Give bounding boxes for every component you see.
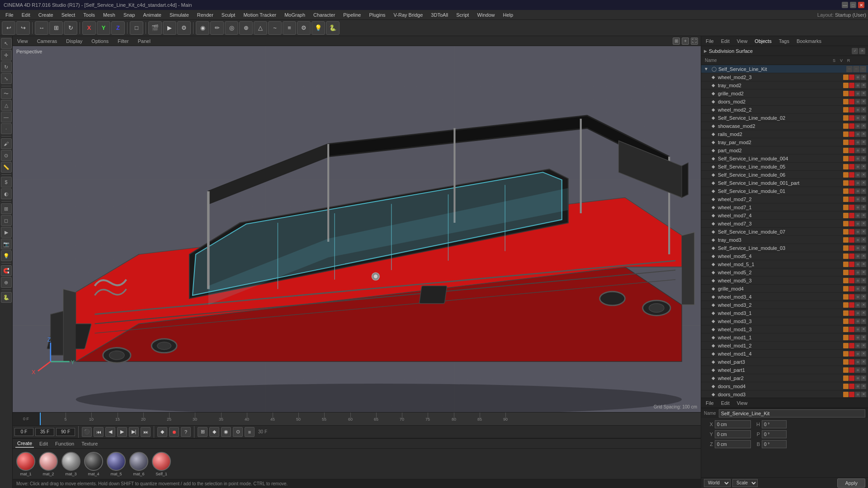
tree-col-orange[interactable] — [843, 123, 849, 129]
close-button[interactable]: ✕ — [858, 2, 864, 8]
play-button[interactable]: ▶ — [117, 427, 127, 437]
tree-col-orange[interactable] — [843, 286, 849, 291]
viewport-menu-view[interactable]: View — [15, 38, 30, 44]
material-slot-3[interactable]: mat_4 — [84, 452, 103, 476]
tree-item-tray-mod2[interactable]: ◆ tray_mod2 ⊞ ✕ — [701, 81, 868, 89]
tree-col-x[interactable]: ✕ — [861, 213, 866, 218]
select-tool[interactable]: ↖ — [1, 38, 12, 49]
tool-btn-10[interactable]: 🐍 — [326, 21, 340, 35]
tree-col-x[interactable]: ✕ — [861, 75, 866, 80]
tool-btn-2[interactable]: ✏ — [210, 21, 224, 35]
tree-item-wheel-mod1-1[interactable]: ◆ wheel_mod1_1 ⊞ ✕ — [701, 333, 868, 342]
tree-col-orange[interactable] — [843, 351, 849, 357]
light-tool[interactable]: 💡 — [1, 250, 12, 261]
tree-col-grid[interactable]: ⊞ — [855, 156, 860, 161]
tree-col-red[interactable] — [849, 237, 854, 243]
tree-col-red[interactable] — [849, 188, 854, 194]
tool-btn-5[interactable]: △ — [254, 21, 267, 35]
record-button[interactable]: ⚫ — [82, 427, 92, 437]
tree-col-orange[interactable] — [843, 188, 849, 194]
tree-item-part-mod2[interactable]: ◆ part_mod2 ⊞ ✕ — [701, 146, 868, 155]
tool-btn-6[interactable]: ~ — [268, 21, 282, 35]
tree-item-self-service-line-module-004[interactable]: ◆ Self_Service_Line_module_004 ⊞ ✕ — [701, 155, 868, 163]
tree-item-tray-par-mod2[interactable]: ◆ tray_par_mod2 ⊞ ✕ — [701, 138, 868, 146]
tree-col-red[interactable] — [849, 99, 854, 104]
x-axis-button[interactable]: X — [82, 21, 96, 35]
playhead[interactable] — [40, 413, 41, 425]
render-view-button[interactable]: ▶ — [163, 21, 176, 35]
tree-item-self-service-line-module-02[interactable]: ◆ Self_Service_Line_module_02 ⊞ ✕ — [701, 114, 868, 122]
minimize-button[interactable]: — — [842, 2, 848, 8]
tree-col-x[interactable]: ✕ — [861, 83, 866, 88]
tree-col-orange[interactable] — [843, 335, 849, 340]
tree-item-wheel-mod-5-1[interactable]: ◆ wheel_mod_5_1 ⊞ ✕ — [701, 260, 868, 268]
tree-col-x[interactable]: ✕ — [861, 131, 866, 137]
tree-col-grid[interactable]: ⊞ — [855, 310, 860, 316]
tree-col-dot2[interactable]: ··· — [853, 66, 859, 72]
material-slot-0[interactable]: mat_1 — [16, 452, 35, 476]
tree-item-wheel-mod7-3[interactable]: ◆ wheel_mod7_3 ⊞ ✕ — [701, 220, 868, 228]
material-tool[interactable]: $ — [1, 177, 12, 188]
tree-col-orange[interactable] — [843, 156, 849, 161]
tree-col-red[interactable] — [849, 148, 854, 153]
tree-col-red[interactable] — [849, 245, 854, 251]
tree-col-red[interactable] — [849, 156, 854, 161]
tree-col-x[interactable]: ✕ — [861, 270, 866, 275]
obj-mgr-tab-view[interactable]: View — [735, 38, 750, 45]
render-button[interactable]: 🎬 — [148, 21, 162, 35]
tree-col-x[interactable]: ✕ — [861, 221, 866, 226]
viewport-menu-options[interactable]: Options — [90, 38, 110, 44]
tree-col-red[interactable] — [849, 253, 854, 259]
tree-col-dot1[interactable]: ··· — [846, 66, 853, 72]
tree-col-x[interactable]: ✕ — [861, 229, 866, 235]
array-tool[interactable]: ⊞ — [1, 203, 12, 214]
attr-tab-file[interactable]: File — [704, 399, 716, 407]
material-tab-create[interactable]: Create — [15, 440, 34, 448]
attr-tab-view[interactable]: View — [735, 399, 750, 407]
tree-item-self-service-line-module-07[interactable]: ◆ Self_Service_Line_module_07 ⊞ ✕ — [701, 228, 868, 236]
tree-col-orange[interactable] — [843, 237, 849, 243]
measure-tool[interactable]: 📏 — [1, 162, 12, 173]
menu-item-tools[interactable]: Tools — [80, 11, 99, 19]
tree-col-orange[interactable] — [843, 99, 849, 104]
tree-col-grid[interactable]: ⊞ — [855, 172, 860, 178]
position-x-field[interactable] — [715, 420, 751, 428]
menu-item-mograph[interactable]: MoGraph — [281, 11, 309, 19]
tree-col-red[interactable] — [849, 351, 854, 357]
tree-col-red[interactable] — [849, 164, 854, 169]
tree-col-orange[interactable] — [843, 229, 849, 235]
tree-col-grid[interactable]: ⊞ — [855, 270, 860, 275]
tree-col-orange[interactable] — [843, 205, 849, 210]
tree-col-x[interactable]: ✕ — [861, 237, 866, 243]
material-slot-1[interactable]: mat_2 — [39, 452, 58, 476]
material-slot-5[interactable]: mat_6 — [129, 452, 148, 476]
tree-col-x[interactable]: ✕ — [861, 286, 866, 291]
tree-item-rails-mod2[interactable]: ◆ rails_mod2 ⊞ ✕ — [701, 130, 868, 138]
tree-col-grid[interactable]: ⊞ — [855, 75, 860, 80]
menu-item-edit[interactable]: Edit — [18, 11, 34, 19]
tree-col-grid[interactable]: ⊞ — [855, 164, 860, 169]
tree-col-orange[interactable] — [843, 131, 849, 137]
menu-item-help[interactable]: Help — [500, 11, 517, 19]
tree-item-grille-mod2[interactable]: ◆ grille_mod2 ⊞ ✕ — [701, 89, 868, 98]
tree-col-x[interactable]: ✕ — [861, 302, 866, 308]
menu-item-window[interactable]: Window — [473, 11, 498, 19]
tree-col-orange[interactable] — [843, 164, 849, 169]
tree-col-x[interactable]: ✕ — [861, 205, 866, 210]
current-frame-input[interactable] — [35, 428, 54, 436]
tree-item-wheel-mod1-2[interactable]: ◆ wheel_mod1_2 ⊞ ✕ — [701, 342, 868, 350]
view-grid-button[interactable]: ⊞ — [198, 427, 208, 437]
tree-col-red[interactable] — [849, 172, 854, 178]
tree-item-wheel-mod3-3[interactable]: ◆ wheel_mod3_3 ⊞ ✕ — [701, 317, 868, 325]
menu-item-3dtoall[interactable]: 3DToAll — [427, 11, 452, 19]
tree-col-x[interactable]: ✕ — [861, 319, 866, 324]
tree-col-x[interactable]: ✕ — [861, 140, 866, 145]
material-slot-2[interactable]: mat_3 — [61, 452, 80, 476]
rotation-h-field[interactable] — [762, 420, 787, 428]
tree-col-grid[interactable]: ⊞ — [855, 197, 860, 202]
view-key-button[interactable]: ◆ — [209, 427, 219, 437]
point-tool[interactable]: · — [1, 123, 12, 134]
tree-col-grid[interactable]: ⊞ — [855, 384, 860, 389]
tree-col-grid[interactable]: ⊞ — [855, 245, 860, 251]
tree-item-wheel-mod2-3[interactable]: ◆ wheel_mod2_3 ⊞ ✕ — [701, 73, 868, 81]
